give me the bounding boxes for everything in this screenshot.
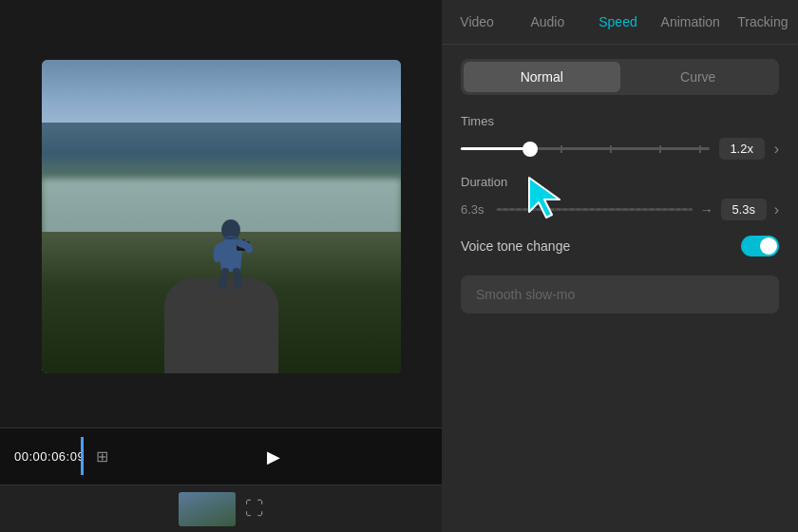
duration-chevron[interactable]: › — [774, 201, 779, 218]
tick-2 — [610, 145, 612, 153]
tab-bar: Video Audio Speed Animation Tracking — [442, 0, 798, 45]
bottom-strip: ⛶ — [0, 484, 442, 532]
voice-tone-toggle[interactable] — [741, 236, 779, 256]
times-slider-track[interactable] — [461, 147, 710, 150]
timecode: 00:00:06:09 — [14, 449, 85, 464]
duration-end[interactable]: 5.3s — [721, 199, 767, 220]
tab-speed[interactable]: Speed — [582, 0, 653, 44]
tab-audio[interactable]: Audio — [512, 0, 582, 44]
tab-animation[interactable]: Animation — [654, 0, 728, 44]
timeline-bar: 00:00:06:09 ⊞ ▶ — [0, 428, 442, 484]
duration-section: Duration 6.3s → 5.3s › — [461, 175, 779, 220]
times-label: Times — [461, 114, 779, 128]
tick-3 — [659, 145, 661, 153]
duration-start: 6.3s — [461, 202, 489, 217]
toggle-knob — [760, 238, 777, 255]
duration-slider-row: 6.3s → 5.3s › — [461, 199, 779, 220]
tick-1 — [560, 145, 562, 153]
speed-mode-toggle: Normal Curve — [461, 59, 779, 95]
times-chevron[interactable]: › — [774, 141, 779, 158]
video-area — [0, 0, 442, 428]
person-silhouette — [204, 213, 261, 293]
smooth-slowmo-section: Smooth slow-mo — [461, 276, 779, 314]
tab-tracking[interactable]: Tracking — [728, 0, 798, 44]
grid-icon: ⊞ — [96, 447, 108, 466]
right-panel: Video Audio Speed Animation Tracking Nor… — [442, 0, 798, 532]
times-slider-row: 1.2x › — [461, 138, 779, 160]
play-button[interactable]: ▶ — [258, 442, 289, 472]
duration-arrow-icon: → — [700, 202, 713, 218]
times-value[interactable]: 1.2x — [719, 138, 765, 160]
panel-content: Normal Curve Times 1.2x › Duration 6.3s — [442, 45, 798, 532]
smooth-slowmo-label: Smooth slow-mo — [476, 287, 575, 302]
video-thumbnail — [42, 60, 401, 373]
voice-tone-row: Voice tone change — [461, 236, 779, 256]
left-panel: 00:00:06:09 ⊞ ▶ ⛶ — [0, 0, 442, 532]
times-slider-thumb[interactable] — [522, 142, 538, 157]
duration-label: Duration — [461, 175, 779, 189]
times-slider-fill — [461, 147, 530, 150]
voice-tone-label: Voice tone change — [461, 238, 570, 254]
strip-thumbnail — [179, 492, 236, 526]
tick-4 — [699, 145, 701, 153]
mode-normal[interactable]: Normal — [464, 62, 620, 92]
duration-track[interactable] — [497, 208, 693, 211]
tab-video[interactable]: Video — [442, 0, 512, 44]
mode-curve[interactable]: Curve — [620, 62, 777, 92]
expand-icon: ⛶ — [245, 498, 264, 520]
timeline-indicator — [81, 437, 84, 475]
